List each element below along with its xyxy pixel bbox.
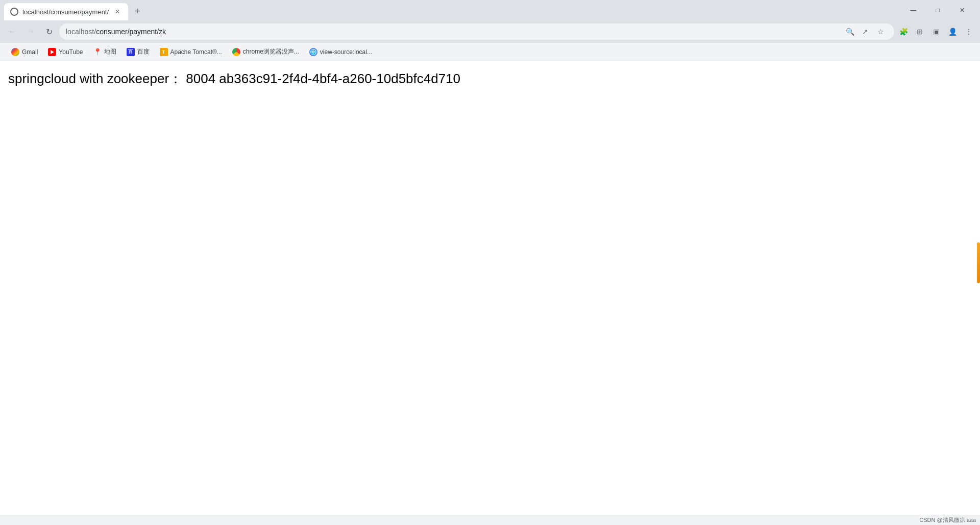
baidu-icon: 百: [127, 48, 135, 56]
bookmark-view-source-label: view-source:local...: [320, 48, 372, 56]
address-bar-icons: 🔍 ↗ ☆: [843, 24, 888, 39]
maps-icon: 📍: [93, 48, 102, 56]
tab-close-button[interactable]: ✕: [113, 7, 122, 16]
tab-title: localhost/consumer/payment/: [22, 8, 109, 16]
sidebar-icon[interactable]: ▣: [929, 24, 943, 39]
bookmark-maps[interactable]: 📍 地图: [88, 45, 121, 58]
grid-menu-icon[interactable]: ⊞: [913, 24, 927, 39]
bookmark-tomcat-label: Apache Tomcat®...: [170, 48, 222, 56]
status-bar-text: CSDN @清风微凉 aaa: [919, 516, 976, 524]
bookmark-maps-label: 地图: [104, 47, 116, 56]
search-icon[interactable]: 🔍: [843, 24, 857, 39]
bookmark-gmail-label: Gmail: [22, 48, 38, 56]
browser-chrome: localhost/consumer/payment/ ✕ + — □ ✕ ← …: [0, 0, 980, 61]
minimize-button[interactable]: —: [901, 2, 925, 18]
window-controls: — □ ✕: [901, 2, 976, 20]
bookmark-view-source[interactable]: 🌐 view-source:local...: [304, 46, 377, 58]
bookmark-chrome-sound[interactable]: chrome浏览器没声...: [227, 45, 304, 58]
active-tab[interactable]: localhost/consumer/payment/ ✕: [4, 3, 128, 20]
youtube-icon: [48, 48, 56, 56]
bookmark-baidu[interactable]: 百 百度: [121, 45, 155, 58]
bookmark-tomcat[interactable]: T Apache Tomcat®...: [155, 46, 227, 58]
address-url: localhost/consumer/payment/zk: [66, 28, 839, 36]
bookmark-youtube-label: YouTube: [59, 48, 83, 56]
new-tab-button[interactable]: +: [130, 4, 144, 18]
share-icon[interactable]: ↗: [858, 24, 872, 39]
maximize-button[interactable]: □: [926, 2, 949, 18]
reload-button[interactable]: ↻: [41, 23, 57, 40]
bookmark-chrome-sound-label: chrome浏览器没声...: [243, 47, 299, 56]
bookmark-star-icon[interactable]: ☆: [873, 24, 888, 39]
bookmark-gmail[interactable]: Gmail: [6, 46, 43, 58]
bookmark-youtube[interactable]: YouTube: [43, 46, 88, 58]
url-path: consumer/payment/zk: [96, 28, 166, 36]
chrome-icon: [232, 48, 240, 56]
close-button[interactable]: ✕: [950, 2, 974, 18]
tab-bar: localhost/consumer/payment/ ✕ + — □ ✕: [0, 0, 980, 20]
url-scheme: localhost/: [66, 28, 96, 36]
status-bar: CSDN @清风微凉 aaa: [0, 515, 980, 524]
gmail-icon: [11, 48, 19, 56]
globe-icon: 🌐: [309, 48, 317, 56]
extensions-icon[interactable]: 🧩: [896, 24, 911, 39]
tab-favicon: [10, 8, 18, 16]
back-button[interactable]: ←: [4, 23, 20, 40]
scrollbar[interactable]: [977, 242, 980, 283]
page-content: springcloud with zookeeper： 8004 ab363c9…: [0, 61, 980, 524]
bookmark-baidu-label: 百度: [137, 47, 150, 56]
browser-menu-icon[interactable]: ⋮: [962, 24, 976, 39]
main-text: springcloud with zookeeper： 8004 ab363c9…: [8, 69, 972, 88]
forward-button[interactable]: →: [22, 23, 39, 40]
bookmarks-bar: Gmail YouTube 📍 地图 百 百度 T Apache Tomcat®…: [0, 43, 980, 61]
profile-icon[interactable]: 👤: [945, 24, 960, 39]
address-bar-row: ← → ↻ localhost/consumer/payment/zk 🔍 ↗ …: [0, 20, 980, 43]
tomcat-icon: T: [160, 48, 168, 56]
address-bar[interactable]: localhost/consumer/payment/zk 🔍 ↗ ☆: [59, 23, 894, 40]
